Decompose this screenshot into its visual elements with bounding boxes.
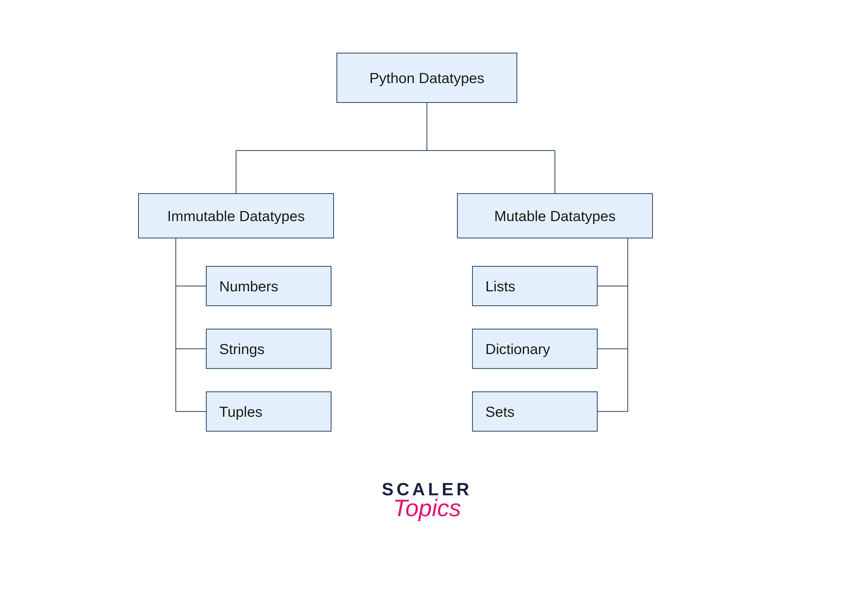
root-label: Python Datatypes (369, 70, 484, 86)
mutable-label: Mutable Datatypes (494, 207, 616, 224)
leaf-label: Numbers (219, 278, 278, 295)
immutable-category-node: Immutable Datatypes (138, 193, 334, 238)
leaf-label: Tuples (219, 403, 262, 420)
leaf-numbers: Numbers (206, 266, 331, 306)
leaf-label: Lists (485, 278, 515, 295)
immutable-label: Immutable Datatypes (167, 207, 305, 224)
scaler-topics-logo: SCALER Topics (382, 479, 472, 522)
leaf-label: Sets (485, 403, 514, 420)
leaf-tuples: Tuples (206, 391, 331, 432)
leaf-label: Dictionary (485, 341, 550, 357)
leaf-dictionary: Dictionary (472, 329, 598, 369)
python-datatypes-diagram: Python Datatypes Immutable Datatypes Mut… (0, 0, 854, 616)
leaf-label: Strings (219, 341, 265, 357)
logo-line2: Topics (382, 494, 472, 522)
mutable-category-node: Mutable Datatypes (457, 193, 653, 238)
leaf-strings: Strings (206, 329, 331, 369)
leaf-lists: Lists (472, 266, 598, 306)
root-node: Python Datatypes (337, 53, 517, 103)
leaf-sets: Sets (472, 391, 598, 432)
